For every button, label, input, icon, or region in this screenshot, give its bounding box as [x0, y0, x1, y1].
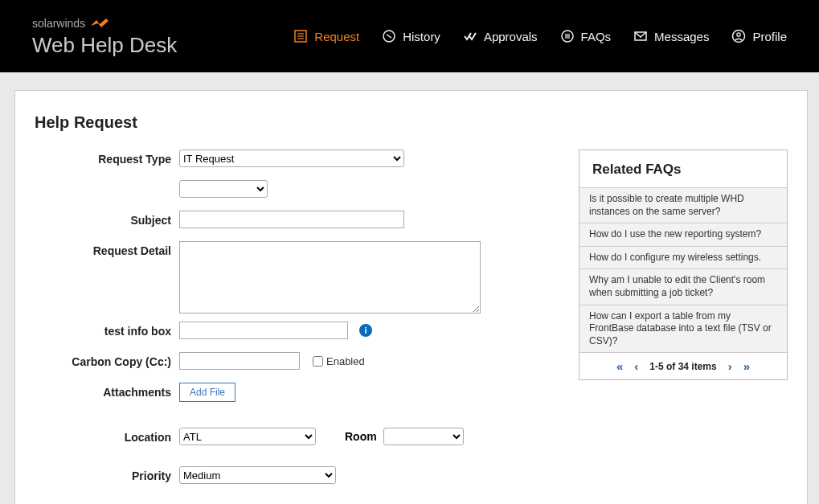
carbon-copy-input[interactable] [179, 352, 300, 370]
add-file-button[interactable]: Add File [179, 383, 235, 402]
form-column: Request Type IT Request Subject [35, 150, 533, 504]
label-request-detail: Request Detail [35, 241, 179, 257]
enabled-label: Enabled [326, 355, 365, 367]
enabled-checkbox-wrap[interactable]: Enabled [313, 355, 365, 367]
clock-icon [382, 29, 396, 43]
label-attachments: Attachments [35, 383, 179, 399]
room-select[interactable] [383, 428, 464, 445]
brand-company: solarwinds [32, 17, 85, 30]
nav-approvals[interactable]: Approvals [463, 29, 538, 43]
faq-pager: « ‹ 1-5 of 34 items › » [579, 352, 787, 379]
label-priority: Priority [35, 466, 179, 482]
label-carbon-copy: Carbon Copy (Cc:) [35, 352, 179, 368]
label-subject: Subject [35, 211, 179, 227]
brand-title: Web Help Desk [32, 33, 177, 58]
faq-item[interactable]: How do I use the new reporting system? [579, 223, 787, 246]
brand-logo-icon [90, 14, 109, 31]
label-blank [35, 180, 179, 183]
faq-item[interactable]: How can I export a table from my FrontBa… [579, 305, 787, 353]
secondary-type-select[interactable] [179, 180, 268, 198]
nav-history[interactable]: History [382, 29, 440, 43]
nav-approvals-label: Approvals [484, 30, 538, 43]
brand-subtitle: solarwinds [32, 14, 177, 31]
enabled-checkbox[interactable] [313, 356, 323, 367]
subject-input[interactable] [179, 211, 404, 228]
pager-first-icon[interactable]: « [616, 359, 623, 373]
user-icon [731, 29, 746, 43]
nav-request[interactable]: Request [293, 29, 359, 43]
page-title: Help Request [35, 113, 788, 132]
faq-item[interactable]: Why am I unable to edit the Client's roo… [579, 268, 787, 304]
request-type-select[interactable]: IT Request [179, 150, 404, 167]
nav-messages[interactable]: Messages [633, 29, 709, 43]
main-nav: Request History Approvals FAQs Messages [293, 29, 787, 43]
pager-next-icon[interactable]: › [728, 359, 732, 373]
brand: solarwinds Web Help Desk [32, 14, 177, 58]
nav-profile-label: Profile [752, 30, 787, 43]
label-request-type: Request Type [35, 150, 179, 166]
request-detail-textarea[interactable] [179, 241, 481, 313]
label-location: Location [35, 428, 179, 444]
location-select[interactable]: ATL [179, 428, 316, 445]
check-icon [463, 29, 477, 43]
svg-point-11 [737, 33, 740, 36]
label-room: Room [345, 430, 377, 443]
mail-icon [633, 29, 648, 43]
faq-icon [560, 29, 575, 43]
faq-item[interactable]: How do I configure my wireless settings. [579, 246, 787, 269]
faq-column: Related FAQs Is it possible to create mu… [579, 150, 788, 504]
nav-profile[interactable]: Profile [731, 29, 787, 43]
pager-status: 1-5 of 34 items [649, 361, 716, 372]
pager-last-icon[interactable]: » [743, 359, 750, 373]
page-container: Help Request Request Type IT Request [14, 90, 808, 504]
priority-select[interactable]: Medium [179, 466, 336, 484]
faq-title: Related FAQs [579, 150, 787, 187]
info-icon[interactable]: i [359, 324, 372, 337]
label-test-info-box: test info box [35, 322, 179, 338]
nav-request-label: Request [314, 30, 359, 43]
nav-faqs-label: FAQs [581, 30, 612, 43]
pager-prev-icon[interactable]: ‹ [634, 359, 638, 373]
list-icon [293, 29, 308, 43]
faq-item[interactable]: Is it possible to create multiple WHD in… [579, 187, 787, 223]
test-info-box-input[interactable] [179, 322, 348, 339]
nav-history-label: History [403, 30, 440, 43]
topbar: solarwinds Web Help Desk Request History… [0, 0, 819, 72]
nav-faqs[interactable]: FAQs [560, 29, 612, 43]
faq-box: Related FAQs Is it possible to create mu… [579, 150, 788, 380]
nav-messages-label: Messages [654, 30, 709, 43]
